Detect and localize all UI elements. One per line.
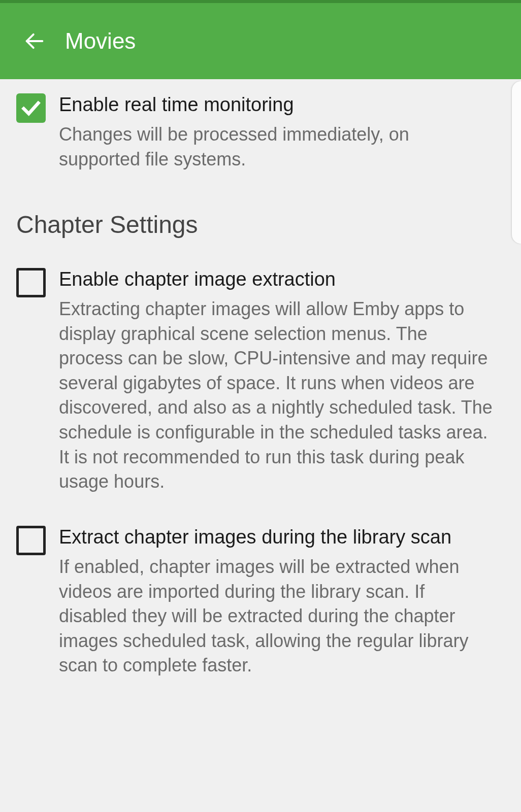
settings-content: Enable real time monitoring Changes will…	[0, 79, 521, 691]
setting-description: Changes will be processed immediately, o…	[59, 122, 495, 172]
app-header: Movies	[0, 0, 521, 79]
check-icon	[20, 97, 42, 119]
setting-chapter-scan[interactable]: Extract chapter images during the librar…	[0, 507, 521, 691]
back-arrow-icon	[23, 30, 46, 52]
setting-text-block: Extract chapter images during the librar…	[59, 525, 505, 678]
section-header-chapter: Chapter Settings	[0, 185, 521, 254]
checkbox-chapter-scan[interactable]	[16, 526, 46, 555]
checkbox-chapter-extract[interactable]	[16, 268, 46, 297]
setting-realtime-monitoring[interactable]: Enable real time monitoring Changes will…	[0, 79, 521, 185]
setting-title: Enable real time monitoring	[59, 92, 495, 117]
setting-title: Extract chapter images during the librar…	[59, 525, 495, 550]
scroll-indicator[interactable]	[512, 81, 521, 244]
page-title: Movies	[65, 28, 136, 54]
setting-description: If enabled, chapter images will be extra…	[59, 555, 495, 678]
setting-text-block: Enable chapter image extraction Extracti…	[59, 267, 505, 494]
back-button[interactable]	[19, 26, 50, 56]
setting-description: Extracting chapter images will allow Emb…	[59, 297, 495, 494]
setting-title: Enable chapter image extraction	[59, 267, 495, 292]
setting-chapter-extraction[interactable]: Enable chapter image extraction Extracti…	[0, 254, 521, 507]
checkbox-realtime[interactable]	[16, 93, 46, 123]
setting-text-block: Enable real time monitoring Changes will…	[59, 92, 505, 172]
